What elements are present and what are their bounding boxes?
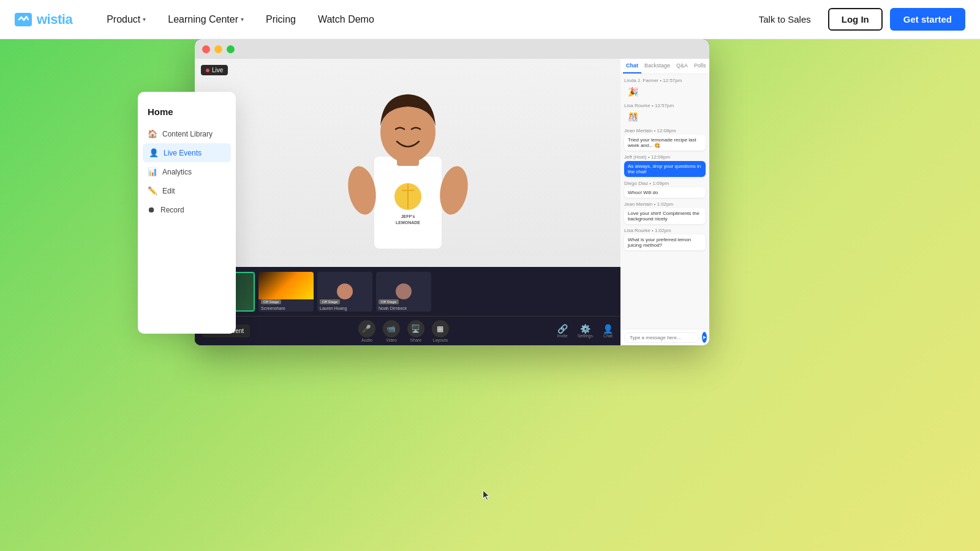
person-graphic: JEFF's LEMONADE [341, 77, 475, 249]
product-nav[interactable]: Product ▾ [97, 9, 156, 30]
hero-section: Home 🏠 Content Library 👤 Live Events 📊 A… [0, 39, 980, 551]
audio-control[interactable]: 🎤 Audio [358, 320, 375, 342]
edit-icon: ✏️ [148, 186, 157, 195]
live-events-icon: 👤 [149, 148, 159, 157]
watch-demo-nav[interactable]: Watch Demo [308, 9, 384, 30]
nav-links: Product ▾ Learning Center ▾ Pricing Watc… [97, 9, 749, 30]
sidebar-item-live-events[interactable]: 👤 Live Events [143, 143, 231, 162]
analytics-icon: 📊 [148, 167, 157, 176]
video-control[interactable]: 📹 Video [383, 320, 400, 342]
browser-mockup: Live [195, 39, 709, 345]
chat-icon: 👤 [603, 324, 613, 334]
chevron-down-icon: ▾ [241, 16, 244, 23]
tab-chat[interactable]: Chat [623, 59, 641, 73]
off-stage-badge: Off Stage [379, 299, 399, 304]
controls-bar: End Event 🎤 Audio 📹 Video 🖥️ [195, 316, 620, 345]
chat-panel: Chat Backstage Q&A Polls Linda J. Farmer… [620, 59, 709, 345]
browser-titlebar [195, 39, 709, 59]
chat-tabs: Chat Backstage Q&A Polls [620, 59, 709, 74]
chat-toggle-button[interactable]: 👤 Chat [603, 324, 613, 338]
tab-backstage[interactable]: Backstage [641, 59, 673, 73]
navbar: wistia Product ▾ Learning Center ▾ Prici… [0, 0, 980, 39]
logo-text: wistia [37, 12, 72, 28]
learning-center-nav[interactable]: Learning Center ▾ [158, 9, 254, 30]
chat-input-row: ➤ [620, 329, 709, 345]
mouse-cursor [481, 489, 491, 501]
thumbnails-row: On Stage Jeff Off Stage Screenshare [195, 267, 620, 316]
sidebar-item-content-library[interactable]: 🏠 Content Library [138, 124, 236, 143]
chat-message: Lisa Rourke • 1:02pm What is your prefer… [624, 228, 706, 250]
chat-message: Linda J. Farmer • 12:57pm 🎉 [624, 78, 706, 99]
layouts-button[interactable]: ▦ [432, 320, 449, 337]
thumb-name: Screenshare [261, 306, 285, 310]
thumb-noah[interactable]: Off Stage Noah Dirnbeck [376, 272, 431, 312]
maximize-icon[interactable] [227, 45, 235, 53]
thumb-name: Lauren Huang [320, 306, 347, 310]
minimize-icon[interactable] [214, 45, 222, 53]
live-indicator [206, 69, 209, 72]
tab-qa[interactable]: Q&A [673, 59, 691, 73]
chat-message: Jean Mertain • 1:02pm Love your shirt! C… [624, 201, 706, 224]
layouts-control[interactable]: ▦ Layouts [432, 320, 449, 342]
invite-icon: 🔗 [557, 324, 568, 334]
home-sidebar-panel: Home 🏠 Content Library 👤 Live Events 📊 A… [138, 92, 236, 334]
get-started-button[interactable]: Get started [890, 8, 965, 31]
sidebar-item-record[interactable]: ⏺ Record [138, 200, 236, 219]
login-button[interactable]: Log In [828, 8, 883, 31]
svg-text:LEMONADE: LEMONADE [395, 220, 420, 225]
share-button[interactable]: 🖥️ [407, 320, 424, 337]
tab-polls[interactable]: Polls [691, 59, 709, 73]
controls-right: 🔗 Invite ⚙️ Settings 👤 Chat [557, 324, 613, 338]
chevron-down-icon: ▾ [143, 16, 146, 23]
chat-input[interactable] [624, 332, 699, 343]
live-badge: Live [201, 65, 228, 75]
share-control[interactable]: 🖥️ Share [407, 320, 424, 342]
chat-messages: Linda J. Farmer • 12:57pm 🎉 Lisa Rourke … [620, 74, 709, 329]
settings-button[interactable]: ⚙️ Settings [578, 324, 593, 338]
logo[interactable]: wistia [15, 12, 72, 28]
chat-message: Lisa Rourke • 12:57pm 🎊 [624, 103, 706, 124]
off-stage-badge: Off Stage [320, 299, 340, 304]
talk-to-sales-button[interactable]: Talk to Sales [749, 9, 821, 29]
settings-icon: ⚙️ [580, 324, 590, 334]
close-icon[interactable] [202, 45, 210, 53]
video-feed: JEFF's LEMONADE [195, 59, 620, 267]
invite-button[interactable]: 🔗 Invite [557, 324, 568, 338]
svg-text:JEFF's: JEFF's [401, 214, 415, 219]
sidebar-home-title: Home [138, 102, 236, 124]
pricing-nav[interactable]: Pricing [256, 9, 306, 30]
app-layout: Live [195, 59, 709, 345]
sidebar-item-analytics[interactable]: 📊 Analytics [138, 162, 236, 181]
home-icon: 🏠 [148, 129, 157, 138]
chat-message-own: Jeff (Host) • 12:08pm As always, drop yo… [624, 154, 706, 177]
app-main: Live [195, 59, 620, 345]
nav-actions: Talk to Sales Log In Get started [749, 8, 965, 31]
thumb-lauren[interactable]: Off Stage Lauren Huang [317, 272, 372, 312]
sidebar-item-edit[interactable]: ✏️ Edit [138, 181, 236, 200]
thumb-name: Noah Dirnbeck [379, 306, 407, 310]
audio-button[interactable]: 🎤 [358, 320, 375, 337]
chat-send-button[interactable]: ➤ [702, 332, 707, 343]
chat-message: Diego Diaz • 1:09pm Whoo! Will do [624, 181, 706, 198]
record-icon: ⏺ [148, 205, 156, 214]
chat-message: Jean Mertain • 12:08pm Tried your lemona… [624, 128, 706, 151]
video-area: Live [195, 59, 620, 267]
off-stage-badge: Off Stage [261, 299, 281, 304]
thumb-screenshare[interactable]: Off Stage Screenshare [258, 272, 314, 312]
wistia-icon [15, 13, 32, 26]
video-button[interactable]: 📹 [383, 320, 400, 337]
controls-center: 🎤 Audio 📹 Video 🖥️ Share ▦ [250, 320, 557, 342]
